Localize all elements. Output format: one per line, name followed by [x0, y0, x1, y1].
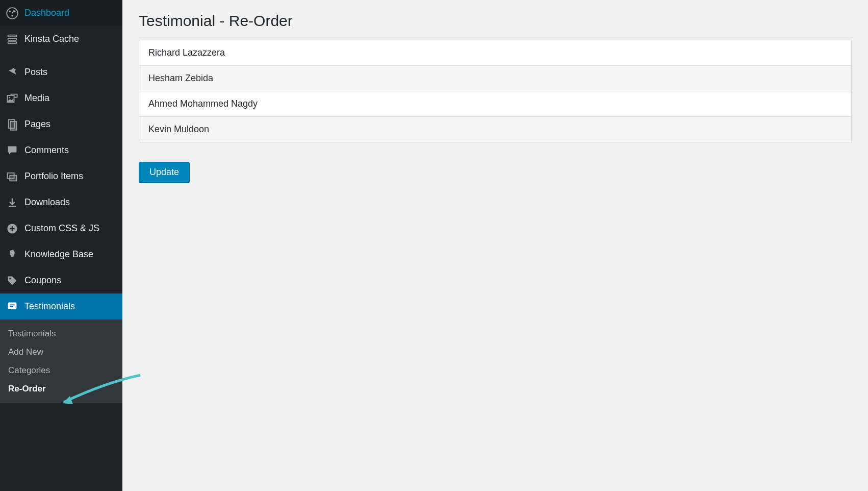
submenu-item-testimonials[interactable]: Testimonials	[0, 325, 122, 343]
lightbulb-icon	[6, 249, 18, 261]
svg-rect-13	[10, 175, 16, 181]
reorder-list: Richard Lazazzera Hesham Zebida Ahmed Mo…	[139, 40, 852, 142]
sidebar-item-label: Downloads	[24, 197, 70, 208]
svg-rect-5	[8, 38, 17, 40]
list-item[interactable]: Kevin Muldoon	[139, 117, 852, 142]
sidebar-item-dashboard[interactable]: Dashboard	[0, 0, 122, 26]
sidebar-item-label: Knowledge Base	[24, 249, 93, 260]
menu-separator	[0, 52, 122, 59]
sidebar-item-label: Comments	[24, 145, 69, 156]
downloads-icon	[6, 197, 18, 209]
sidebar-item-media[interactable]: Media	[0, 85, 122, 111]
testimonials-icon	[6, 301, 18, 313]
sidebar-item-comments[interactable]: Comments	[0, 137, 122, 163]
sidebar-item-testimonials[interactable]: Testimonials	[0, 293, 122, 320]
dashboard-icon	[6, 7, 18, 19]
plus-circle-icon	[6, 223, 18, 235]
sidebar-item-label: Kinsta Cache	[24, 34, 79, 44]
media-icon	[6, 92, 18, 105]
portfolio-icon	[6, 170, 18, 183]
list-item[interactable]: Richard Lazazzera	[139, 40, 852, 66]
sidebar-item-label: Posts	[24, 67, 47, 78]
cache-icon	[6, 33, 18, 45]
list-item[interactable]: Ahmed Mohammed Nagdy	[139, 91, 852, 117]
submenu-item-reorder[interactable]: Re-Order	[0, 380, 122, 398]
sidebar-item-portfolio[interactable]: Portfolio Items	[0, 163, 122, 189]
comments-icon	[6, 144, 18, 157]
testimonials-submenu: Testimonials Add New Categories Re-Order	[0, 320, 122, 403]
update-button[interactable]: Update	[139, 162, 190, 183]
sidebar-item-label: Coupons	[24, 275, 61, 286]
submenu-item-categories[interactable]: Categories	[0, 361, 122, 380]
tag-icon	[6, 275, 18, 287]
sidebar-item-posts[interactable]: Posts	[0, 59, 122, 85]
sidebar-item-coupons[interactable]: Coupons	[0, 267, 122, 293]
list-item[interactable]: Hesham Zebida	[139, 66, 852, 91]
sidebar-item-pages[interactable]: Pages	[0, 111, 122, 137]
sidebar-item-label: Dashboard	[24, 8, 69, 18]
sidebar-item-kinsta-cache[interactable]: Kinsta Cache	[0, 26, 122, 52]
sidebar-item-label: Testimonials	[24, 301, 75, 312]
sidebar-item-label: Custom CSS & JS	[24, 223, 99, 234]
svg-rect-10	[10, 121, 16, 130]
sidebar-item-custom-css-js[interactable]: Custom CSS & JS	[0, 215, 122, 241]
sidebar-item-downloads[interactable]: Downloads	[0, 189, 122, 215]
svg-point-8	[9, 97, 10, 98]
submenu-item-add-new[interactable]: Add New	[0, 343, 122, 361]
sidebar-item-knowledge-base[interactable]: Knowledge Base	[0, 241, 122, 267]
sidebar-item-label: Media	[24, 93, 49, 104]
main-content: Testimonial - Re-Order Richard Lazazzera…	[122, 0, 868, 491]
sidebar-item-label: Pages	[24, 119, 50, 130]
admin-sidebar: Dashboard Kinsta Cache Posts Media Pages…	[0, 0, 122, 491]
svg-rect-17	[8, 302, 17, 309]
pin-icon	[6, 66, 18, 79]
svg-point-3	[11, 15, 13, 17]
svg-point-16	[9, 278, 11, 280]
sidebar-item-label: Portfolio Items	[24, 171, 83, 182]
svg-point-1	[9, 10, 11, 12]
page-title: Testimonial - Re-Order	[139, 12, 852, 30]
svg-rect-6	[8, 41, 17, 43]
pages-icon	[6, 118, 18, 131]
svg-rect-4	[8, 35, 17, 37]
